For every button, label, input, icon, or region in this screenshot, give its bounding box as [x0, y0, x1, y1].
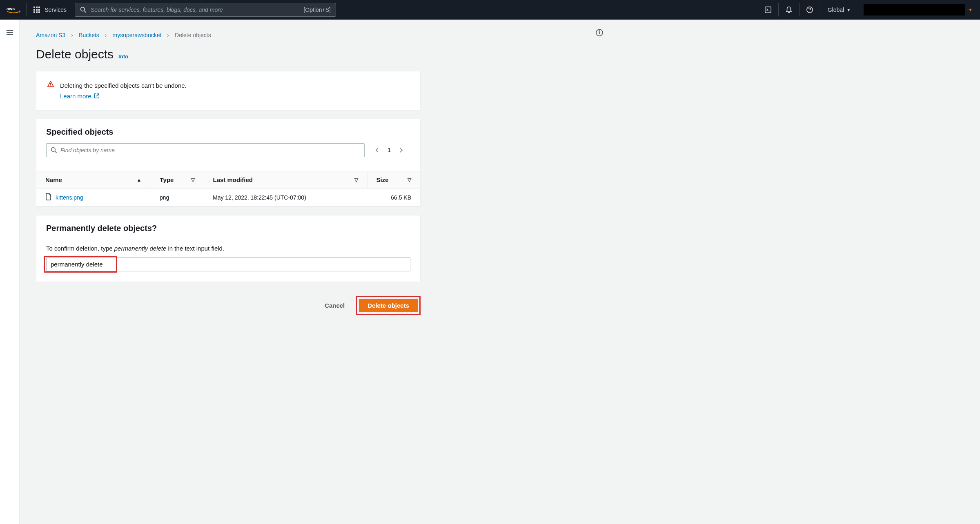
- confirm-delete-input[interactable]: [46, 258, 115, 271]
- highlight-box-input: [44, 256, 117, 273]
- confirm-instruction: To confirm deletion, type permanently de…: [46, 245, 410, 252]
- highlight-box-button: Delete objects: [356, 296, 421, 315]
- account-menu[interactable]: [864, 4, 965, 16]
- svg-rect-4: [33, 9, 35, 11]
- notifications-button[interactable]: [778, 3, 799, 16]
- col-header-size[interactable]: Size▽: [367, 171, 420, 189]
- pagination: 1: [374, 147, 404, 153]
- region-label: Global: [828, 7, 844, 13]
- search-input[interactable]: [91, 7, 299, 13]
- svg-text:aws: aws: [7, 6, 15, 11]
- specified-objects-panel: Specified objects 1: [36, 119, 421, 207]
- info-link[interactable]: Info: [118, 53, 128, 60]
- filter-input-wrapper[interactable]: [46, 143, 365, 157]
- sort-icon: ▽: [408, 177, 411, 183]
- svg-rect-5: [36, 9, 38, 11]
- object-name-link[interactable]: kittens.png: [56, 194, 83, 201]
- breadcrumb-bucket[interactable]: mysuperawsbucket: [113, 32, 162, 38]
- chevron-right-icon: ›: [71, 32, 73, 38]
- svg-rect-9: [38, 11, 40, 13]
- col-header-type[interactable]: Type▽: [151, 171, 204, 189]
- delete-objects-button[interactable]: Delete objects: [359, 299, 418, 312]
- prev-page-button[interactable]: [374, 147, 380, 153]
- global-search[interactable]: [Option+S]: [75, 3, 336, 17]
- confirm-title: Permanently delete objects?: [36, 215, 420, 239]
- sort-asc-icon: ▲: [137, 177, 142, 183]
- search-shortcut: [Option+S]: [303, 7, 331, 13]
- svg-rect-2: [36, 7, 38, 8]
- services-label: Services: [45, 7, 67, 13]
- cancel-button[interactable]: Cancel: [319, 299, 350, 312]
- cloudshell-icon: [764, 6, 772, 13]
- svg-rect-3: [38, 7, 40, 8]
- page-title: Delete objects: [36, 47, 114, 61]
- next-page-button[interactable]: [398, 147, 404, 153]
- file-icon: [45, 193, 51, 202]
- svg-point-16: [599, 31, 600, 31]
- filter-input[interactable]: [60, 147, 360, 153]
- aws-logo[interactable]: aws: [4, 3, 27, 16]
- sort-icon: ▽: [191, 177, 195, 183]
- breadcrumb-root[interactable]: Amazon S3: [36, 32, 65, 38]
- info-icon[interactable]: [595, 29, 604, 37]
- svg-point-10: [81, 7, 85, 11]
- sidebar-toggle[interactable]: [3, 26, 16, 524]
- breadcrumb-buckets[interactable]: Buckets: [79, 32, 99, 38]
- side-rail: [0, 20, 20, 524]
- footer-actions: Cancel Delete objects: [36, 290, 421, 321]
- col-header-name[interactable]: Name▲: [36, 171, 151, 189]
- sort-icon: ▽: [354, 177, 358, 183]
- caret-icon: ▼: [968, 7, 973, 12]
- chevron-right-icon: ›: [167, 32, 169, 38]
- svg-rect-1: [33, 7, 35, 8]
- warning-panel: Deleting the specified objects can't be …: [36, 71, 421, 111]
- specified-objects-title: Specified objects: [46, 127, 410, 137]
- breadcrumb: Amazon S3 › Buckets › mysuperawsbucket ›…: [36, 32, 575, 38]
- help-icon: [806, 6, 813, 13]
- object-last-modified: May 12, 2022, 18:22:45 (UTC-07:00): [204, 189, 367, 206]
- table-row: kittens.png png May 12, 2022, 18:22:45 (…: [36, 189, 420, 206]
- chevron-right-icon: ›: [105, 32, 107, 38]
- top-nav: aws Services [Option+S] Global ▼ ▼: [0, 0, 980, 20]
- grid-icon: [33, 6, 40, 13]
- page-number: 1: [388, 147, 391, 153]
- bell-icon: [785, 6, 793, 13]
- svg-point-13: [50, 85, 51, 86]
- svg-rect-8: [36, 11, 38, 13]
- svg-rect-7: [33, 11, 35, 13]
- services-menu[interactable]: Services: [27, 3, 73, 16]
- svg-point-14: [51, 148, 56, 152]
- confirm-panel: Permanently delete objects? To confirm d…: [36, 215, 421, 282]
- search-icon: [51, 147, 57, 153]
- warning-text: Deleting the specified objects can't be …: [60, 80, 187, 91]
- hamburger-icon: [6, 29, 14, 37]
- object-type: png: [151, 189, 204, 206]
- region-selector[interactable]: Global ▼: [820, 3, 858, 16]
- warning-icon: [47, 80, 54, 101]
- help-button[interactable]: [799, 3, 820, 16]
- external-link-icon: [94, 93, 100, 99]
- info-rail: [591, 20, 608, 524]
- cloudshell-button[interactable]: [758, 3, 778, 16]
- svg-rect-6: [38, 9, 40, 11]
- object-size: 66.5 KB: [367, 189, 420, 206]
- col-header-last-modified[interactable]: Last modified▽: [204, 171, 367, 189]
- learn-more-link[interactable]: Learn more: [60, 91, 100, 102]
- breadcrumb-current: Delete objects: [175, 32, 211, 38]
- search-icon: [80, 7, 87, 13]
- objects-table: Name▲ Type▽ Last modified▽ Size▽: [36, 171, 420, 206]
